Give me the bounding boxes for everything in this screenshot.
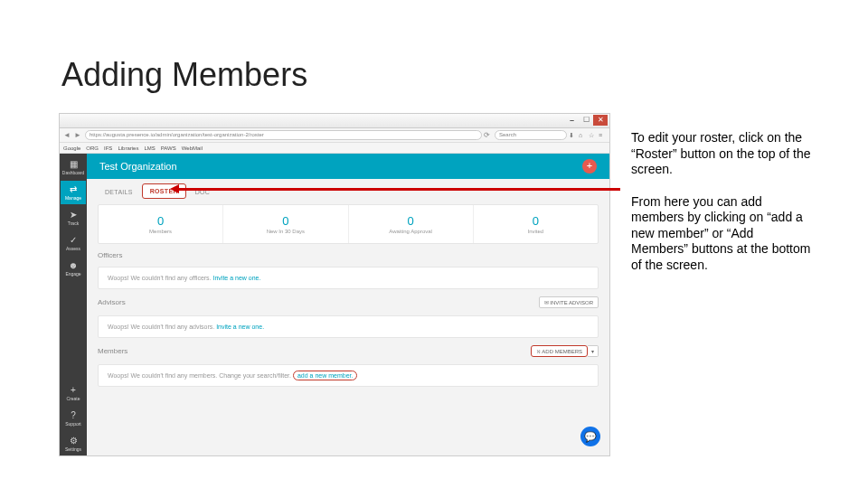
bookmark-item: Google [63, 145, 80, 151]
stat-new: 0 New In 30 Days [223, 205, 348, 243]
window-maximize-icon: ☐ [579, 115, 593, 126]
tab-doc[interactable]: DOC [188, 185, 217, 199]
sidebar-item-label: Engage [65, 271, 80, 277]
browser-url-bar: ◄ ► https://augusta.presence.io/admin/or… [60, 128, 609, 143]
app-body: ▦ Dashboard ⇄ Manage ➤ Track ✓ Assess ☻ … [60, 154, 609, 455]
explanation-p1: To edit your roster, click on the “Roste… [631, 130, 812, 178]
bookmark-item: IFS [104, 145, 112, 151]
sidebar-item-create[interactable]: + Create [61, 381, 86, 405]
stats-card: 0 Members 0 New In 30 Days 0 Awaiting Ap… [98, 204, 599, 244]
invite-officer-link[interactable]: Invite a new one. [213, 275, 261, 281]
add-members-button[interactable]: ⤭ ADD MEMBERS [531, 345, 588, 357]
stat-value: 0 [157, 214, 164, 228]
advisors-empty-msg: Woops! We couldn't find any advisors. In… [108, 324, 264, 330]
assess-icon: ✓ [70, 236, 77, 245]
section-members-title: Members [98, 347, 127, 355]
window-minimize-icon: ‒ [564, 115, 579, 126]
browser-titlebar: ‒ ☐ ✕ [60, 114, 609, 128]
sidebar-item-label: Assess [66, 246, 80, 251]
stat-label: New In 30 Days [267, 229, 305, 234]
invite-advisor-link[interactable]: Invite a new one. [216, 324, 264, 330]
sidebar-item-label: Support [65, 421, 81, 427]
app-screenshot: ‒ ☐ ✕ ◄ ► https://augusta.presence.io/ad… [59, 113, 610, 456]
nav-forward-icon: ► [74, 131, 83, 140]
download-icon: ⬇ [569, 132, 576, 139]
bookmark-item: Libraries [118, 145, 138, 151]
sidebar-item-engage[interactable]: ☻ Engage [61, 257, 86, 280]
sidebar-item-label: Create [66, 396, 80, 401]
tab-details[interactable]: DETAILS [98, 185, 140, 199]
sidebar-item-label: Settings [65, 446, 81, 452]
stat-awaiting: 0 Awaiting Approval [349, 205, 474, 243]
bookmarks-bar: Google ORG IFS Libraries LMS PAWS WebMai… [60, 143, 609, 154]
nav-back-icon: ◄ [63, 131, 72, 140]
stat-value: 0 [533, 214, 539, 228]
stat-members: 0 Members [99, 205, 223, 243]
engage-icon: ☻ [69, 261, 79, 270]
stat-invited: 0 Invited [474, 205, 598, 243]
bookmark-item: PAWS [161, 145, 176, 151]
plus-icon: + [71, 386, 76, 395]
tab-roster[interactable]: ROSTER [142, 183, 186, 199]
sidebar-item-label: Track [68, 221, 79, 226]
section-officers-title: Officers [98, 251, 599, 259]
main-area: Test Organization + DETAILS ROSTER DOC 0… [87, 154, 609, 455]
advisors-card: Woops! We couldn't find any advisors. In… [98, 315, 599, 338]
slide-title: Adding Members [61, 56, 307, 94]
menu-icon: ≡ [599, 132, 606, 139]
members-card: Woops! We couldn't find any members. Cha… [98, 364, 599, 387]
members-header: Members ⤭ ADD MEMBERS ▾ [98, 345, 599, 357]
support-icon: ? [71, 411, 76, 420]
sidebar-item-dashboard[interactable]: ▦ Dashboard [61, 155, 86, 179]
org-title: Test Organization [99, 161, 177, 172]
invite-advisor-button[interactable]: ✉ INVITE ADVISOR [539, 296, 599, 308]
refresh-icon: ⟳ [484, 131, 493, 140]
bookmark-icon: ☆ [589, 132, 596, 139]
officers-empty-msg: Woops! We couldn't find any officers. In… [108, 275, 260, 281]
explanation-p2: From here you can add members by clickin… [631, 194, 812, 274]
sidebar-item-support[interactable]: ? Support [61, 407, 86, 430]
window-close-icon: ✕ [593, 115, 608, 126]
advisors-header: Advisors ✉ INVITE ADVISOR [98, 296, 599, 308]
stat-value: 0 [408, 214, 414, 228]
bookmark-item: ORG [86, 145, 99, 151]
manage-icon: ⇄ [70, 185, 77, 194]
roster-arrow-annotation [170, 185, 620, 192]
officers-card: Woops! We couldn't find any officers. In… [98, 267, 599, 289]
add-new-member-link[interactable]: add a new member. [293, 371, 357, 380]
sidebar-item-track[interactable]: ➤ Track [61, 206, 86, 230]
gear-icon: ⚙ [70, 436, 78, 446]
stat-label: Awaiting Approval [389, 229, 432, 234]
content-area: 0 Members 0 New In 30 Days 0 Awaiting Ap… [87, 199, 609, 455]
stat-label: Invited [528, 229, 544, 234]
dashboard-icon: ▦ [70, 160, 78, 169]
track-icon: ➤ [70, 211, 77, 220]
add-members-dropdown[interactable]: ▾ [588, 345, 599, 357]
home-icon: ⌂ [579, 132, 586, 139]
sidebar-item-manage[interactable]: ⇄ Manage [61, 181, 86, 204]
members-empty-msg: Woops! We couldn't find any members. Cha… [108, 372, 357, 379]
browser-search-field: Search [495, 130, 567, 140]
sidebar-item-assess[interactable]: ✓ Assess [61, 231, 86, 255]
stat-value: 0 [282, 214, 288, 228]
org-header: Test Organization + [87, 154, 609, 179]
stat-label: Members [149, 229, 172, 234]
sidebar-item-label: Dashboard [62, 170, 84, 175]
url-field: https://augusta.presence.io/admin/organi… [85, 130, 482, 140]
sidebar: ▦ Dashboard ⇄ Manage ➤ Track ✓ Assess ☻ … [60, 154, 87, 455]
sidebar-item-settings[interactable]: ⚙ Settings [61, 432, 86, 455]
chat-bubble-icon[interactable]: 💬 [580, 427, 600, 446]
explanation-text: To edit your roster, click on the “Roste… [631, 130, 812, 289]
tabs-row: DETAILS ROSTER DOC [87, 179, 609, 199]
bookmark-item: LMS [144, 145, 155, 151]
add-button[interactable]: + [582, 159, 597, 174]
section-advisors-title: Advisors [98, 298, 126, 306]
sidebar-item-label: Manage [65, 195, 81, 201]
bookmark-item: WebMail [182, 145, 203, 151]
